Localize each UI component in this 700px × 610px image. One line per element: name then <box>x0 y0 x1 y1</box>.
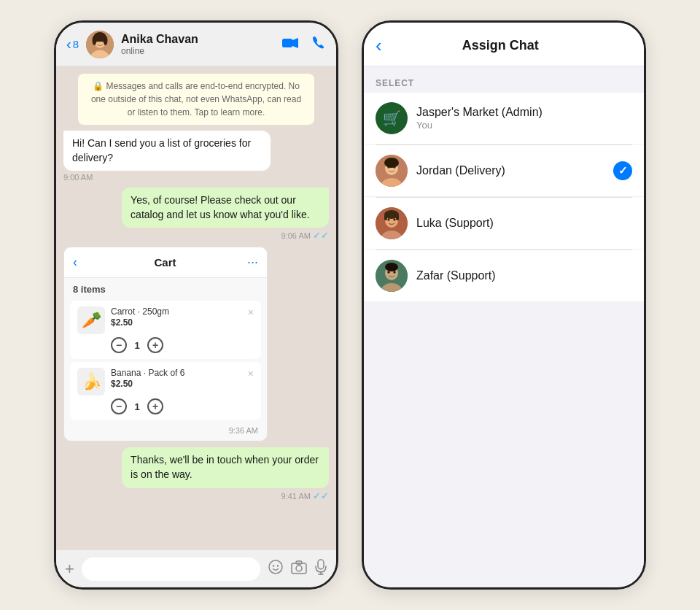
contact-name: Anika Chavan <box>121 33 275 46</box>
contact-status: online <box>121 46 275 56</box>
assign-back-button[interactable]: ‹ <box>376 34 382 57</box>
message-text: Thanks, we'll be in touch when your orde… <box>131 454 319 480</box>
right-phone: ‹ Assign Chat SELECT 🛒 Jasper's Market (… <box>362 20 646 590</box>
phone-call-icon[interactable] <box>311 35 326 53</box>
assign-item-name: Zafar (Support) <box>416 269 632 282</box>
add-attachment-icon[interactable]: + <box>65 560 74 579</box>
svg-point-11 <box>273 565 274 566</box>
header-actions <box>282 35 326 53</box>
assign-item-info: Luka (Support) <box>416 217 632 230</box>
back-chevron-icon: ‹ <box>66 36 71 53</box>
svg-rect-33 <box>384 215 387 220</box>
camera-icon[interactable] <box>291 560 307 579</box>
svg-point-39 <box>393 271 395 273</box>
message-bubble: Thanks, we'll be in touch when your orde… <box>122 447 329 487</box>
message-text: Yes, of course! Please check out our cat… <box>131 194 310 220</box>
assign-body: SELECT 🛒 Jasper's Market (Admin) You <box>364 66 644 587</box>
message-received-1: Hi! Can I send you a list of groceries f… <box>63 131 329 182</box>
jordan-avatar <box>376 155 408 187</box>
cart-item-1: 🥕 Carrot · 250gm $2.50 × − 1 + <box>70 301 261 359</box>
back-count: 8 <box>73 38 79 50</box>
video-call-icon[interactable] <box>282 36 298 53</box>
encryption-text: 🔒 Messages and calls are end-to-end encr… <box>91 81 301 117</box>
svg-text:🛒: 🛒 <box>383 109 401 127</box>
assign-item-luka[interactable]: Luka (Support) <box>364 198 644 250</box>
message-bubble: Hi! Can I send you a list of groceries f… <box>63 131 271 171</box>
qty-value: 1 <box>131 340 143 351</box>
qty-decrease-button[interactable]: − <box>111 337 127 353</box>
assign-section-label: SELECT <box>364 66 644 93</box>
assign-header: ‹ Assign Chat <box>364 23 644 66</box>
chat-header: ‹ 8 Anika Chavan online <box>56 23 336 66</box>
message-ticks: ✓✓ <box>313 230 329 241</box>
time-text: 9:41 AM <box>281 492 311 501</box>
assign-agent-list: 🛒 Jasper's Market (Admin) You <box>364 93 644 301</box>
cart-item-name: Carrot · 250gm <box>111 306 254 317</box>
svg-rect-13 <box>292 563 306 574</box>
cart-message: ‹ Cart ··· 8 items 🥕 Carrot · 250gm $2.5… <box>63 247 329 441</box>
back-button[interactable]: ‹ 8 <box>66 36 79 53</box>
luka-avatar <box>376 207 408 239</box>
message-text: Hi! Can I send you a list of groceries f… <box>72 137 251 163</box>
cart-timestamp: 9:36 AM <box>64 423 267 441</box>
chat-input[interactable] <box>82 557 260 581</box>
cart-item-2: 🍌 Banana · Pack of 6 $2.50 × − 1 + <box>70 362 261 420</box>
cart-item-name: Banana · Pack of 6 <box>111 368 254 378</box>
carrot-image: 🥕 <box>77 306 105 334</box>
cart-qty-row: − 1 + <box>77 337 254 353</box>
svg-point-14 <box>296 565 302 571</box>
cart-card: ‹ Cart ··· 8 items 🥕 Carrot · 250gm $2.5… <box>63 247 268 441</box>
cart-item-price: $2.50 <box>111 317 254 328</box>
qty-increase-button[interactable]: + <box>147 337 163 353</box>
message-ticks: ✓✓ <box>313 490 329 501</box>
svg-rect-15 <box>296 561 302 564</box>
message-sent-2: Thanks, we'll be in touch when your orde… <box>63 447 329 501</box>
assign-item-zafar[interactable]: Zafar (Support) <box>364 250 644 301</box>
assign-item-jaspers[interactable]: 🛒 Jasper's Market (Admin) You <box>364 93 644 144</box>
cart-item-close-icon[interactable]: × <box>248 306 254 318</box>
assign-item-info: Jasper's Market (Admin) You <box>416 106 632 131</box>
assign-item-info: Jordan (Delivery) <box>416 164 604 177</box>
left-phone: ‹ 8 Anika Chavan online <box>54 20 338 590</box>
banana-image: 🍌 <box>77 368 105 395</box>
chat-input-bar: + <box>56 549 336 587</box>
qty-decrease-button[interactable]: − <box>111 398 127 414</box>
assign-item-name: Luka (Support) <box>416 217 632 230</box>
svg-point-12 <box>277 565 279 566</box>
chat-body: 🔒 Messages and calls are end-to-end encr… <box>56 66 336 549</box>
svg-rect-34 <box>396 215 399 220</box>
cart-back-icon[interactable]: ‹ <box>73 255 77 270</box>
assign-item-info: Zafar (Support) <box>416 269 632 282</box>
cart-more-icon[interactable]: ··· <box>247 255 258 270</box>
svg-rect-8 <box>282 39 292 47</box>
assign-item-name: Jordan (Delivery) <box>416 164 604 177</box>
cart-item-info: Banana · Pack of 6 $2.50 <box>111 368 254 389</box>
assign-item-sub: You <box>416 120 632 131</box>
svg-point-38 <box>387 271 389 273</box>
cart-count: 8 items <box>64 278 267 298</box>
message-bubble: Yes, of course! Please check out our cat… <box>122 188 329 228</box>
svg-rect-16 <box>318 560 324 569</box>
contact-avatar <box>86 31 114 58</box>
cart-header: ‹ Cart ··· <box>64 247 267 278</box>
cart-item-info: Carrot · 250gm $2.50 <box>111 306 254 328</box>
svg-marker-9 <box>292 38 298 48</box>
qty-increase-button[interactable]: + <box>147 398 163 414</box>
contact-info: Anika Chavan online <box>121 33 275 56</box>
assign-title: Assign Chat <box>388 38 613 53</box>
svg-point-7 <box>104 35 108 45</box>
encryption-notice: 🔒 Messages and calls are end-to-end encr… <box>78 74 314 125</box>
cart-item-close-icon[interactable]: × <box>248 368 254 379</box>
svg-point-31 <box>393 218 395 220</box>
sticker-icon[interactable] <box>268 559 284 579</box>
svg-point-10 <box>269 560 282 574</box>
microphone-icon[interactable] <box>314 559 327 579</box>
message-time: 9:41 AM ✓✓ <box>281 490 329 501</box>
svg-point-30 <box>387 218 389 220</box>
svg-point-26 <box>384 158 399 168</box>
assign-item-name: Jasper's Market (Admin) <box>416 106 632 119</box>
zafar-avatar <box>376 260 408 292</box>
message-time: 9:06 AM ✓✓ <box>281 230 329 241</box>
cart-title: Cart <box>83 256 247 269</box>
assign-item-jordan[interactable]: Jordan (Delivery) ✓ <box>364 145 644 197</box>
